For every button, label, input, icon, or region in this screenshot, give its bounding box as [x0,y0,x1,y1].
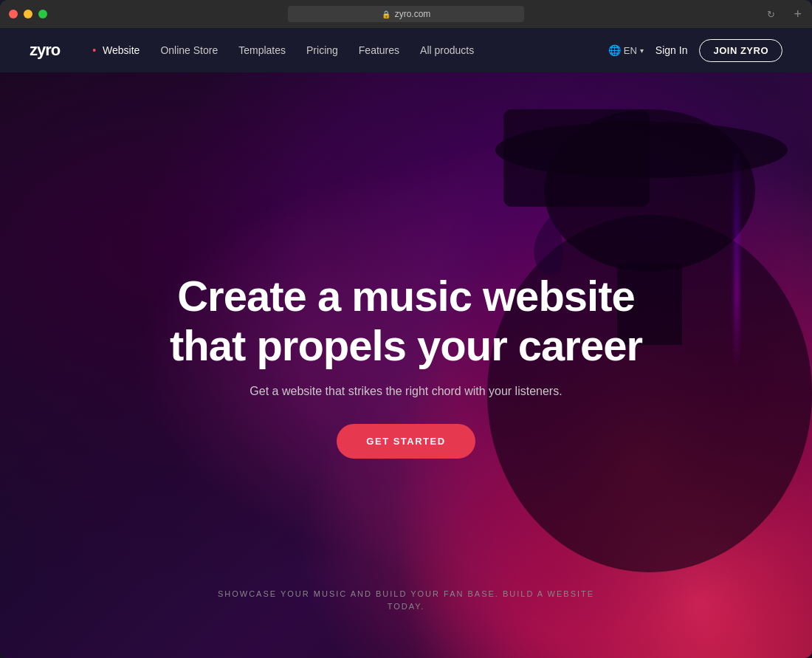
chevron-down-icon: ▾ [640,47,644,55]
nav-link-templates[interactable]: Templates [228,44,296,56]
join-button[interactable]: JOIN ZYRO [699,39,782,62]
svg-rect-5 [503,109,650,207]
rim-light [735,146,738,368]
nav-links: Website Online Store Templates Pricing F… [82,44,608,56]
site-navbar: zyro Website Online Store Templates Pric… [0,28,812,72]
hero-section: Create a music website that propels your… [0,72,812,658]
globe-icon: 🌐 [608,44,621,56]
nav-right: 🌐 EN ▾ Sign In JOIN ZYRO [608,39,782,62]
hero-subtitle: Get a website that strikes the right cho… [170,385,642,398]
lock-icon: 🔒 [382,10,390,18]
url-text: zyro.com [395,9,431,19]
language-selector[interactable]: 🌐 EN ▾ [608,44,644,56]
site-logo[interactable]: zyro [30,41,60,60]
browser-content: zyro Website Online Store Templates Pric… [0,28,812,658]
hero-footer-text: SHOWCASE YOUR MUSIC AND BUILD YOUR FAN B… [218,588,594,614]
hero-content: Create a music website that propels your… [155,272,657,459]
address-bar[interactable]: 🔒 zyro.com [288,6,524,22]
reload-button[interactable]: ↻ [767,9,775,20]
titlebar: 🔒 zyro.com ↻ + [0,0,812,28]
traffic-lights [9,10,47,18]
minimize-button[interactable] [24,10,32,18]
browser-window: 🔒 zyro.com ↻ + zyro Website Online Store… [0,0,812,658]
sign-in-button[interactable]: Sign In [656,44,688,56]
get-started-button[interactable]: GET STARTED [337,424,475,459]
nav-link-pricing[interactable]: Pricing [296,44,348,56]
close-button[interactable] [9,10,18,18]
hero-title: Create a music website that propels your… [170,272,642,370]
nav-link-features[interactable]: Features [348,44,410,56]
nav-link-all-products[interactable]: All products [410,44,484,56]
new-tab-button[interactable]: + [794,7,802,22]
nav-link-website[interactable]: Website [82,44,150,56]
maximize-button[interactable] [38,10,47,18]
nav-link-online-store[interactable]: Online Store [150,44,228,56]
